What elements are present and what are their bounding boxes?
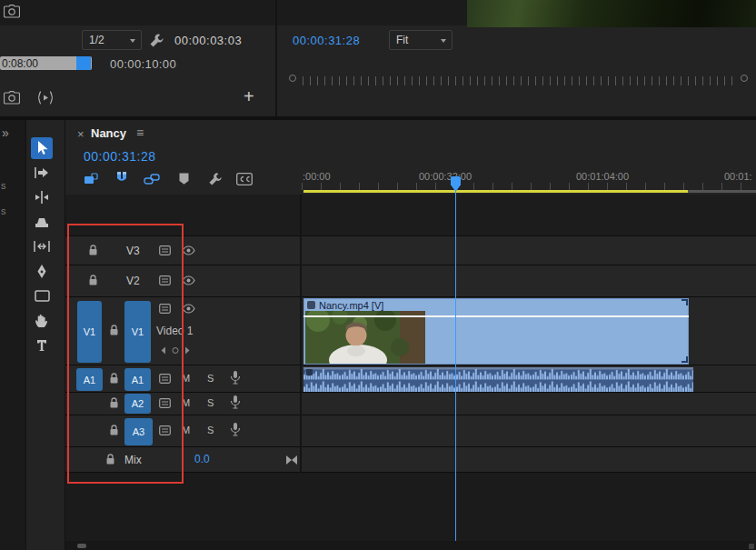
timeline-timecode[interactable]: 00:00:31:28 — [84, 149, 155, 164]
program-fit-value: Fit — [396, 34, 408, 46]
clip-end-handle[interactable] — [681, 356, 688, 363]
snap-icon[interactable] — [115, 171, 128, 185]
source-duration-timecode[interactable]: 00:00:03:03 — [174, 34, 242, 47]
ruler-tick-label: 00:01:04:00 — [576, 171, 629, 182]
timeline-tab-title[interactable]: Nancy — [91, 126, 126, 140]
add-marker-icon[interactable] — [178, 172, 190, 185]
cropped-text-fragment: s — [1, 205, 6, 216]
mic-icon[interactable] — [230, 422, 241, 436]
source-ruler-right-label: 00:00:10:00 — [110, 57, 176, 71]
source-settings-wrench-icon[interactable] — [149, 33, 164, 48]
panel-menu-icon[interactable]: ≡ — [136, 125, 144, 140]
audio-clip[interactable] — [303, 367, 693, 392]
mix-keyframes-icon[interactable] — [285, 455, 298, 465]
ripple-edit-tool[interactable] — [31, 186, 53, 208]
highlight-rectangle — [67, 224, 184, 484]
premiere-pro-ui: 1/2 00:00:03:03 0:08:00 00:00:10:00 + 00… — [0, 0, 756, 550]
program-ruler-left-handle[interactable] — [289, 75, 296, 82]
program-fit-dropdown[interactable]: Fit — [389, 30, 453, 50]
play-in-to-out-icon[interactable] — [36, 90, 55, 105]
mic-icon[interactable] — [230, 370, 241, 385]
program-timecode[interactable]: 00:00:31:28 — [293, 34, 360, 47]
source-scrollbar-thumb[interactable] — [76, 56, 91, 70]
fx-badge — [306, 369, 313, 375]
camera-icon[interactable] — [4, 5, 20, 18]
video-clip-label: Nancy.mp4 [V] — [319, 300, 383, 311]
fx-badge — [307, 301, 315, 309]
expand-panel-icon[interactable]: » — [2, 125, 9, 140]
cropped-text-fragment: s — [1, 180, 6, 191]
program-ruler-right-handle[interactable] — [741, 75, 748, 82]
work-area-bar[interactable] — [303, 190, 688, 193]
nest-sequences-icon[interactable] — [84, 172, 98, 186]
panel-divider-vertical — [275, 0, 277, 118]
slip-tool[interactable] — [31, 235, 53, 257]
pen-tool[interactable] — [31, 260, 53, 282]
tab-close-icon[interactable]: × — [77, 127, 85, 141]
selection-tool[interactable] — [31, 137, 53, 159]
linked-selection-icon[interactable] — [144, 173, 160, 185]
solo-button[interactable]: S — [207, 397, 214, 408]
program-ruler-ticks[interactable] — [303, 76, 737, 85]
track-output-eye-icon[interactable] — [182, 304, 195, 314]
timeline-hscrollbar[interactable] — [65, 541, 756, 550]
source-zoom-value: 1/2 — [89, 34, 104, 46]
captions-icon[interactable] — [236, 173, 253, 185]
hand-tool[interactable] — [31, 309, 53, 331]
solo-button[interactable]: S — [207, 425, 214, 435]
export-frame-icon[interactable] — [4, 91, 20, 105]
razor-tool[interactable] — [31, 211, 53, 233]
mic-icon[interactable] — [230, 395, 241, 409]
source-ruler-left-label: 0:08:00 — [2, 57, 38, 70]
video-clip[interactable]: Nancy.mp4 [V] — [303, 298, 689, 365]
track-select-forward-tool[interactable] — [31, 162, 53, 184]
scrollbar-corner-grip[interactable] — [749, 544, 754, 549]
opacity-rubber-band[interactable] — [303, 315, 689, 317]
track-output-eye-icon[interactable] — [182, 275, 195, 285]
clip-thumbnail — [305, 311, 425, 364]
timeline-settings-wrench-icon[interactable] — [208, 172, 223, 186]
ruler-ticks — [302, 183, 756, 190]
ruler-tick-label: 00:00:32:00 — [419, 171, 472, 182]
playhead-line[interactable] — [455, 178, 456, 541]
track-output-eye-icon[interactable] — [182, 245, 195, 255]
source-zoom-dropdown[interactable]: 1/2 — [82, 30, 142, 50]
ruler-tick-label: :00:00 — [303, 171, 331, 182]
button-editor-plus[interactable]: + — [244, 86, 254, 107]
ruler-tick-label: 00:01: — [724, 171, 752, 182]
header-content-divider[interactable] — [300, 195, 302, 473]
hscrollbar-thumb[interactable] — [77, 544, 86, 548]
rectangle-tool[interactable] — [31, 285, 53, 306]
type-tool[interactable] — [31, 334, 53, 355]
clip-end-handle[interactable] — [681, 299, 688, 305]
program-preview-image — [467, 0, 756, 27]
solo-button[interactable]: S — [207, 373, 214, 384]
mix-volume-value[interactable]: 0.0 — [194, 453, 210, 465]
work-area-bar-rest[interactable] — [688, 190, 756, 193]
